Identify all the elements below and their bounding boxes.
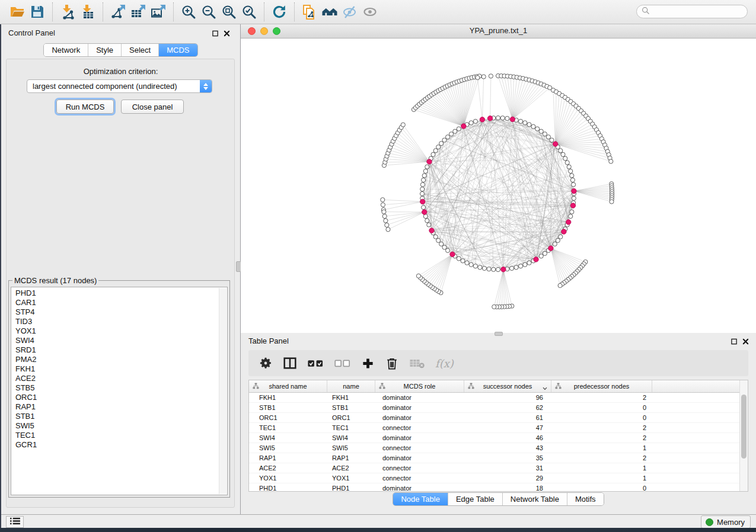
mcds-result-item[interactable]: TEC1 bbox=[15, 431, 219, 440]
search-input[interactable] bbox=[652, 7, 756, 17]
close-panel-icon[interactable] bbox=[224, 30, 230, 39]
float-panel-icon[interactable] bbox=[212, 30, 219, 39]
table-cell: FKH1 bbox=[327, 393, 375, 402]
mcds-result-title: MCDS result (17 nodes) bbox=[12, 276, 98, 285]
tab-network[interactable]: Network bbox=[44, 44, 88, 56]
add-icon[interactable] bbox=[361, 354, 375, 372]
horizontal-splitter-handle[interactable] bbox=[495, 332, 503, 336]
table-cell: 96 bbox=[464, 393, 551, 402]
table-row[interactable]: TEC1TEC1connector472 bbox=[249, 423, 748, 433]
delete-table-icon[interactable] bbox=[409, 354, 425, 372]
zoom-fit-icon[interactable] bbox=[219, 3, 239, 21]
table-row[interactable]: SWI4SWI4dominator462 bbox=[249, 433, 748, 443]
mcds-result-item[interactable]: PMA2 bbox=[15, 355, 219, 364]
mcds-result-item[interactable]: ACE2 bbox=[15, 374, 219, 383]
tab-network-table[interactable]: Network Table bbox=[502, 493, 567, 505]
column-header-predecessor-nodes[interactable]: predecessor nodes bbox=[551, 380, 652, 392]
tab-edge-table[interactable]: Edge Table bbox=[448, 493, 502, 505]
table-cell: 62 bbox=[464, 403, 551, 412]
table-scrollbar-thumb[interactable] bbox=[741, 395, 747, 459]
duplicate-network-icon[interactable] bbox=[299, 3, 320, 21]
mcds-result-item[interactable]: SWI5 bbox=[15, 421, 219, 431]
table-cell: connector bbox=[375, 423, 464, 432]
mcds-result-item[interactable]: ORC1 bbox=[15, 393, 219, 402]
columns-icon[interactable] bbox=[283, 354, 297, 372]
mcds-result-list[interactable]: PHD1CAR1STP4TID3YOX1SWI4SRD1PMA2FKH1ACE2… bbox=[11, 287, 228, 495]
table-cell: 2 bbox=[551, 393, 652, 402]
float-panel-icon[interactable] bbox=[731, 338, 738, 347]
gear-icon[interactable] bbox=[259, 354, 273, 372]
mcds-result-item[interactable]: TID3 bbox=[15, 317, 219, 326]
table-row[interactable]: RAP1RAP1dominator352 bbox=[249, 453, 748, 463]
tab-motifs[interactable]: Motifs bbox=[567, 493, 604, 505]
mcds-result-item[interactable]: STB5 bbox=[15, 383, 219, 393]
export-table-icon[interactable] bbox=[128, 3, 148, 21]
export-network-icon[interactable] bbox=[108, 3, 128, 21]
column-header-shared-name[interactable]: shared name bbox=[249, 380, 327, 392]
deselect-all-icon[interactable] bbox=[334, 354, 350, 372]
column-header-successor-nodes[interactable]: successor nodes bbox=[464, 380, 551, 392]
mcds-result-item[interactable]: RAP1 bbox=[15, 402, 219, 412]
mcds-result-item[interactable]: PHD1 bbox=[15, 289, 219, 298]
mcds-result-item[interactable]: STP4 bbox=[15, 307, 219, 317]
mcds-result-item[interactable]: YOX1 bbox=[15, 326, 219, 336]
table-row[interactable]: SWI5SWI5connector431 bbox=[249, 443, 748, 453]
function-icon[interactable]: f(x) bbox=[435, 354, 454, 372]
export-image-icon[interactable] bbox=[148, 3, 168, 21]
close-panel-button[interactable]: Close panel bbox=[121, 100, 184, 114]
close-panel-icon[interactable] bbox=[742, 338, 749, 347]
save-session-icon[interactable] bbox=[27, 3, 47, 21]
refresh-icon[interactable] bbox=[269, 3, 289, 21]
mcds-result-item[interactable]: STB1 bbox=[15, 412, 219, 421]
column-header-MCDS-role[interactable]: MCDS role bbox=[375, 380, 464, 392]
zoom-in-icon[interactable] bbox=[178, 3, 199, 21]
memory-status-icon bbox=[706, 518, 713, 526]
table-cell: SWI4 bbox=[249, 433, 327, 443]
zoom-selected-icon[interactable] bbox=[239, 3, 259, 21]
table-row[interactable]: YOX1YOX1connector291 bbox=[249, 473, 748, 483]
first-neighbors-icon[interactable] bbox=[320, 3, 340, 21]
column-header-name[interactable]: name bbox=[327, 380, 375, 392]
table-row[interactable]: FKH1FKH1dominator962 bbox=[249, 393, 748, 403]
tab-mcds[interactable]: MCDS bbox=[158, 44, 197, 56]
tab-select[interactable]: Select bbox=[121, 44, 158, 56]
desktop-wallpaper bbox=[0, 24, 1, 528]
import-network-icon[interactable] bbox=[58, 3, 78, 21]
table-cell: 2 bbox=[551, 423, 652, 432]
network-title: YPA_prune.txt_1 bbox=[241, 26, 756, 35]
select-all-icon[interactable] bbox=[307, 354, 324, 372]
table-cell: SWI4 bbox=[327, 433, 375, 443]
table-scrollbar[interactable] bbox=[739, 380, 748, 491]
control-panel-tabs: NetworkStyleSelectMCDS bbox=[43, 43, 197, 57]
table-row[interactable]: ACE2ACE2connector311 bbox=[249, 463, 748, 473]
mcds-result-item[interactable]: FKH1 bbox=[15, 364, 219, 374]
mcds-result-item[interactable]: CAR1 bbox=[15, 298, 219, 307]
network-canvas[interactable] bbox=[241, 39, 756, 333]
zoom-out-icon[interactable] bbox=[199, 3, 219, 21]
table-row[interactable]: ORC1ORC1dominator610 bbox=[249, 413, 748, 423]
console-list-button[interactable] bbox=[6, 516, 24, 528]
network-titlebar[interactable]: YPA_prune.txt_1 bbox=[241, 24, 756, 39]
criterion-dropdown[interactable]: largest connected component (undirected) bbox=[27, 79, 212, 93]
table-cell: 46 bbox=[464, 433, 551, 443]
open-file-icon[interactable] bbox=[7, 3, 27, 21]
import-table-icon[interactable] bbox=[78, 3, 98, 21]
status-bar: Memory bbox=[0, 514, 756, 528]
table-cell: ORC1 bbox=[327, 413, 375, 422]
table-row[interactable]: STB1STB1dominator620 bbox=[249, 403, 748, 413]
mcds-result-item[interactable]: GCR1 bbox=[15, 440, 219, 450]
list-scrollbar[interactable] bbox=[219, 288, 227, 494]
search-box[interactable] bbox=[636, 5, 748, 18]
delete-icon[interactable] bbox=[385, 354, 399, 372]
table-row[interactable]: PHD1PHD1dominator180 bbox=[249, 483, 748, 492]
run-mcds-button[interactable]: Run MCDS bbox=[56, 100, 114, 114]
tab-style[interactable]: Style bbox=[88, 44, 121, 56]
memory-button[interactable]: Memory bbox=[701, 515, 751, 528]
network-window: YPA_prune.txt_1 bbox=[241, 24, 756, 333]
hide-selected-icon[interactable] bbox=[340, 3, 360, 21]
table-panel-title: Table Panel bbox=[248, 336, 289, 345]
mcds-result-item[interactable]: SWI4 bbox=[15, 336, 219, 345]
tab-node-table[interactable]: Node Table bbox=[393, 493, 448, 505]
mcds-result-item[interactable]: SRD1 bbox=[15, 345, 219, 355]
show-all-icon[interactable] bbox=[360, 3, 380, 21]
